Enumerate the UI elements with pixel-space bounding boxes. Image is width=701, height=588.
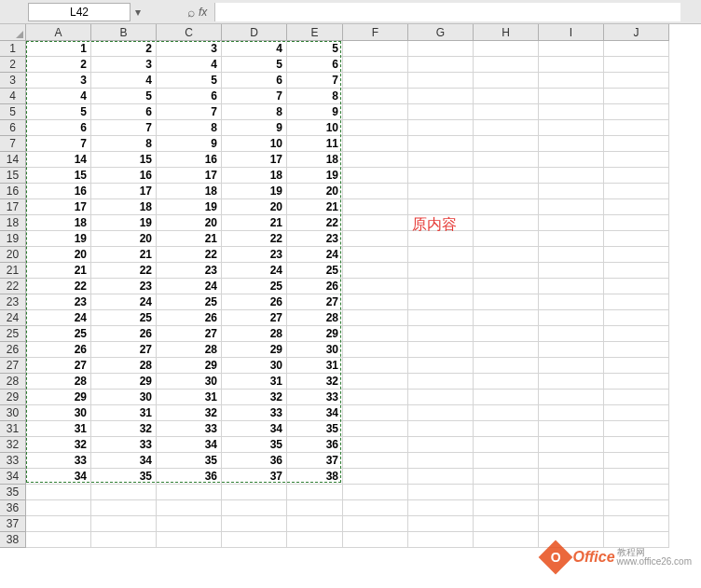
cell-H32[interactable] (474, 437, 539, 453)
cell-B35[interactable] (91, 485, 157, 500)
cell-B3[interactable]: 4 (91, 73, 157, 89)
cell-C2[interactable]: 4 (157, 57, 222, 73)
cell-A5[interactable]: 5 (26, 104, 91, 120)
cell-I20[interactable] (539, 247, 604, 263)
cell-A18[interactable]: 18 (26, 215, 91, 231)
cell-F33[interactable] (343, 453, 408, 469)
cell-A38[interactable] (26, 532, 91, 548)
cell-H37[interactable] (474, 516, 539, 532)
col-header-G[interactable]: G (408, 24, 474, 41)
cell-B25[interactable]: 26 (91, 326, 157, 342)
cell-B31[interactable]: 32 (91, 421, 157, 437)
cell-G6[interactable] (408, 120, 474, 136)
cell-H1[interactable] (474, 41, 539, 57)
cell-G4[interactable] (408, 89, 474, 104)
row-header-34[interactable]: 34 (0, 469, 26, 485)
cell-G32[interactable] (408, 437, 474, 453)
cell-J22[interactable] (604, 279, 669, 294)
cell-I30[interactable] (539, 405, 604, 421)
cell-G36[interactable] (408, 500, 474, 516)
cell-C26[interactable]: 28 (157, 342, 222, 358)
row-header-4[interactable]: 4 (0, 89, 26, 104)
cell-D34[interactable]: 37 (222, 469, 287, 485)
cell-E14[interactable]: 18 (287, 152, 343, 168)
cell-D35[interactable] (222, 485, 287, 500)
cell-J15[interactable] (604, 168, 669, 184)
cell-I27[interactable] (539, 358, 604, 374)
cell-E22[interactable]: 26 (287, 279, 343, 294)
cell-H17[interactable] (474, 199, 539, 215)
cell-E31[interactable]: 35 (287, 421, 343, 437)
cell-I22[interactable] (539, 279, 604, 294)
cell-I18[interactable] (539, 215, 604, 231)
cell-J23[interactable] (604, 294, 669, 310)
cell-A28[interactable]: 28 (26, 374, 91, 390)
cell-D15[interactable]: 18 (222, 168, 287, 184)
cell-I3[interactable] (539, 73, 604, 89)
cell-H30[interactable] (474, 405, 539, 421)
cell-F27[interactable] (343, 358, 408, 374)
cell-F18[interactable] (343, 215, 408, 231)
cell-I2[interactable] (539, 57, 604, 73)
cell-J27[interactable] (604, 358, 669, 374)
cell-G7[interactable] (408, 136, 474, 152)
cell-C38[interactable] (157, 532, 222, 548)
row-header-25[interactable]: 25 (0, 326, 26, 342)
cell-I34[interactable] (539, 469, 604, 485)
cell-A6[interactable]: 6 (26, 120, 91, 136)
cell-F17[interactable] (343, 199, 408, 215)
row-header-5[interactable]: 5 (0, 104, 26, 120)
cell-D26[interactable]: 29 (222, 342, 287, 358)
row-header-14[interactable]: 14 (0, 152, 26, 168)
cell-B18[interactable]: 19 (91, 215, 157, 231)
cell-B30[interactable]: 31 (91, 405, 157, 421)
cell-C35[interactable] (157, 485, 222, 500)
cell-A19[interactable]: 19 (26, 231, 91, 247)
cell-E30[interactable]: 34 (287, 405, 343, 421)
cell-B6[interactable]: 7 (91, 120, 157, 136)
cell-D20[interactable]: 23 (222, 247, 287, 263)
cell-J14[interactable] (604, 152, 669, 168)
cell-G29[interactable] (408, 390, 474, 405)
cell-H21[interactable] (474, 263, 539, 279)
cell-A25[interactable]: 25 (26, 326, 91, 342)
cell-J36[interactable] (604, 500, 669, 516)
cells-area[interactable]: 1234523456345674567856789678910789101114… (26, 41, 669, 548)
row-header-3[interactable]: 3 (0, 73, 26, 89)
cell-E34[interactable]: 38 (287, 469, 343, 485)
cell-B1[interactable]: 2 (91, 41, 157, 57)
cell-F28[interactable] (343, 374, 408, 390)
row-header-6[interactable]: 6 (0, 120, 26, 136)
cell-A31[interactable]: 31 (26, 421, 91, 437)
cell-J3[interactable] (604, 73, 669, 89)
cell-B29[interactable]: 30 (91, 390, 157, 405)
col-header-F[interactable]: F (343, 24, 408, 41)
search-fx-icon[interactable]: ⌕ (187, 5, 195, 20)
cell-E1[interactable]: 5 (287, 41, 343, 57)
cell-I16[interactable] (539, 184, 604, 199)
cell-J32[interactable] (604, 437, 669, 453)
cell-F38[interactable] (343, 532, 408, 548)
cell-H26[interactable] (474, 342, 539, 358)
row-header-27[interactable]: 27 (0, 358, 26, 374)
cell-J29[interactable] (604, 390, 669, 405)
cell-A27[interactable]: 27 (26, 358, 91, 374)
cell-E36[interactable] (287, 500, 343, 516)
cell-F7[interactable] (343, 136, 408, 152)
cell-I19[interactable] (539, 231, 604, 247)
cell-C7[interactable]: 9 (157, 136, 222, 152)
cell-C23[interactable]: 25 (157, 294, 222, 310)
cell-F3[interactable] (343, 73, 408, 89)
cell-C17[interactable]: 19 (157, 199, 222, 215)
cell-E2[interactable]: 6 (287, 57, 343, 73)
row-header-2[interactable]: 2 (0, 57, 26, 73)
cell-F2[interactable] (343, 57, 408, 73)
cell-J28[interactable] (604, 374, 669, 390)
cell-G24[interactable] (408, 310, 474, 326)
cell-H6[interactable] (474, 120, 539, 136)
cell-A34[interactable]: 34 (26, 469, 91, 485)
cell-A30[interactable]: 30 (26, 405, 91, 421)
cell-I28[interactable] (539, 374, 604, 390)
cell-G1[interactable] (408, 41, 474, 57)
cell-E23[interactable]: 27 (287, 294, 343, 310)
